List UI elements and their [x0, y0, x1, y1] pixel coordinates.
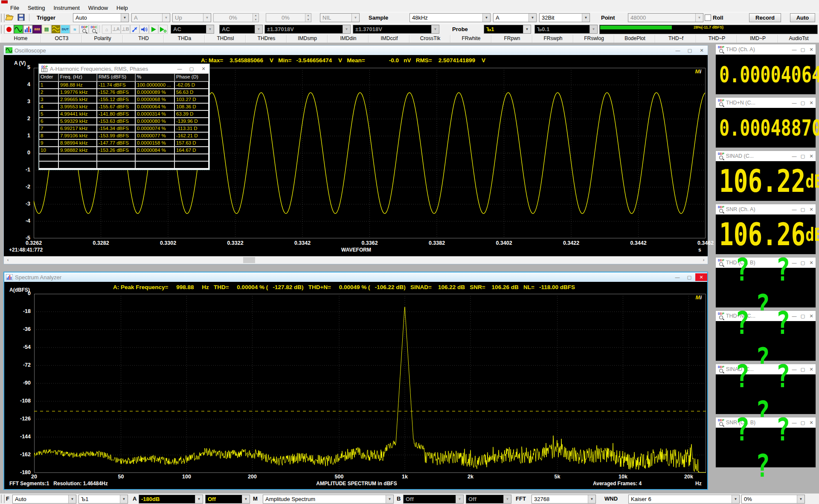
dropdown-arrow-icon[interactable]: ▼	[732, 495, 739, 503]
range-b-select[interactable]: ±1.37018V▼	[353, 25, 439, 34]
tab-thd-f[interactable]: THD~f	[655, 35, 696, 43]
freq-probe-select[interactable]: Ъ1▼	[78, 495, 128, 504]
tab-thdnsl[interactable]: THDnsl	[205, 35, 246, 43]
minimize-icon[interactable]: —	[671, 273, 683, 281]
tab-oct3[interactable]: OCT3	[41, 35, 82, 43]
minimize-icon[interactable]: —	[672, 46, 684, 54]
dropdown-arrow-icon[interactable]: ▼	[121, 14, 128, 22]
points-select[interactable]: 48000▼	[628, 13, 703, 22]
table-row[interactable]: 1998.88 Hz-11.74 dBFS100.0000000 ...-62.…	[39, 81, 209, 89]
table-row[interactable]	[39, 154, 209, 161]
close-icon[interactable]: ✕	[807, 99, 816, 107]
device-test-plan-icon[interactable]: DUT	[61, 25, 70, 34]
maximize-icon[interactable]: ▢	[799, 46, 807, 53]
trigger-source-select[interactable]: A▼	[131, 13, 170, 22]
dropdown-arrow-icon[interactable]: ▼	[582, 14, 590, 22]
tab-imddin[interactable]: IMDdin	[328, 35, 369, 43]
trigger-edge-select[interactable]: Up▼	[172, 13, 211, 22]
maximize-icon[interactable]: ▢	[683, 273, 695, 281]
tab-frswlog[interactable]: FRswlog	[573, 35, 614, 43]
b-mode-select[interactable]: Off▼	[466, 495, 511, 504]
roll-checkbox[interactable]: Roll	[705, 14, 723, 21]
maximize-icon[interactable]: ▢	[684, 46, 696, 54]
maximize-icon[interactable]: ▢	[186, 65, 197, 72]
minimize-icon[interactable]: —	[790, 152, 799, 160]
spin-up-icon[interactable]: ▲	[305, 14, 311, 18]
column-header[interactable]: Freq. (Hz)	[58, 73, 97, 81]
multimeter-icon[interactable]: 888	[32, 25, 42, 34]
table-row[interactable]: 98.98994 kHz-147.77 dBFS0.0000158 %157.6…	[39, 139, 209, 147]
tab-frpwn[interactable]: FRpwn	[491, 35, 532, 43]
table-row[interactable]: 87.99106 kHz-153.99 dBFS0.0000077 %-162.…	[39, 132, 209, 139]
column-header[interactable]: Phase (D)	[174, 73, 209, 81]
dropdown-arrow-icon[interactable]: ▼	[120, 495, 128, 503]
tab-audiotst[interactable]: AudioTst	[778, 35, 819, 43]
menu-item-setting[interactable]: Setting	[23, 4, 49, 12]
a-mode-select[interactable]: Off▼	[205, 495, 250, 504]
data-logger-icon[interactable]: ▤	[42, 25, 51, 34]
sample-channel-select[interactable]: A▼	[493, 13, 537, 22]
maximize-icon[interactable]: ▢	[799, 152, 807, 160]
tab-imdccif[interactable]: IMDccif	[369, 35, 410, 43]
minimize-icon[interactable]: —	[790, 206, 799, 213]
close-icon[interactable]: ✕	[197, 65, 209, 72]
sound-device-icon[interactable]	[139, 25, 149, 34]
record-button[interactable]: Record	[749, 13, 781, 22]
column-header[interactable]: %	[135, 73, 174, 81]
column-header[interactable]: RMS (dBFS)	[97, 73, 135, 81]
close-icon[interactable]: ✕	[695, 273, 707, 281]
trigger-delay-spinner[interactable]: 0%▲▼	[266, 13, 311, 22]
signal-generator-icon[interactable]	[51, 25, 61, 34]
scroll-left-icon[interactable]: ‹	[4, 257, 12, 264]
dropdown-arrow-icon[interactable]: ▼	[523, 25, 531, 33]
dropdown-arrow-icon[interactable]: ▼	[242, 495, 250, 503]
checkbox-box[interactable]	[705, 14, 711, 21]
toolbar-grip[interactable]	[1, 495, 5, 503]
menu-item-help[interactable]: Help	[112, 4, 132, 12]
auto-button[interactable]: Auto	[790, 13, 815, 22]
table-row[interactable]: 21.99776 kHz-152.76 dBFS0.0000089 %56.63…	[39, 89, 209, 96]
table-row[interactable]: 43.99553 kHz-155.67 dBFS0.0000064 %108.3…	[39, 103, 209, 110]
record-icon[interactable]	[4, 25, 14, 34]
dropdown-arrow-icon[interactable]: ▼	[588, 495, 595, 503]
dropdown-arrow-icon[interactable]: ▼	[797, 495, 804, 503]
spin-down-icon[interactable]: ▼	[305, 18, 311, 22]
tab-crosstlk[interactable]: CrossTlk	[410, 35, 450, 43]
trigger-level-spinner[interactable]: 0%▲▼	[213, 13, 259, 22]
close-icon[interactable]: ✕	[696, 46, 708, 54]
trigger-hpf-select[interactable]: NIL▼	[320, 13, 360, 22]
range-a-select[interactable]: ±1.37018V▼	[264, 25, 351, 34]
tab-bodeplot[interactable]: BodePlot	[614, 35, 655, 43]
open-file-icon[interactable]	[5, 14, 15, 21]
probe-calibration-icon[interactable]	[130, 25, 139, 34]
overlap-select[interactable]: 0%▼	[741, 495, 805, 504]
trigger-mode-select[interactable]: Auto▼	[73, 13, 129, 22]
sample-rate-select[interactable]: 48kHz▼	[410, 13, 491, 22]
tab-polarity[interactable]: Polarity	[82, 35, 123, 43]
dropdown-arrow-icon[interactable]: ▼	[482, 14, 490, 22]
ddc-icon[interactable]: DDC	[89, 25, 98, 34]
run-loop-icon[interactable]	[158, 25, 168, 34]
maximize-icon[interactable]: ▢	[799, 99, 807, 107]
tab-thdres[interactable]: THDres	[246, 35, 287, 43]
meter-titlebar[interactable]: DDPSINAD (C...—▢✕	[716, 151, 816, 161]
probe-a-select[interactable]: Ъ1▼	[484, 25, 531, 34]
table-row[interactable]: 109.98882 kHz-153.26 dBFS0.0000084 %164.…	[39, 147, 209, 154]
table-row[interactable]	[39, 161, 209, 168]
maximize-icon[interactable]: ▢	[799, 206, 807, 213]
dropdown-arrow-icon[interactable]: ▼	[195, 495, 203, 503]
table-row[interactable]: 76.99217 kHz-154.34 dBFS0.0000074 %-113.…	[39, 125, 209, 132]
ddp-viewer-icon[interactable]: DDP	[79, 25, 89, 34]
spectrum-analyzer-icon[interactable]	[23, 25, 32, 34]
tab-thd[interactable]: THD	[123, 35, 164, 43]
menu-item-instrument[interactable]: Instrument	[49, 4, 84, 12]
fft-size-select[interactable]: 32768▼	[531, 495, 596, 504]
scrollbar-thumb[interactable]	[243, 257, 255, 263]
scroll-right-icon[interactable]: ›	[700, 257, 707, 264]
bit-depth-select[interactable]: 32Bit▼	[539, 13, 590, 22]
harmonic-titlebar[interactable]: DDP A-Harmonic Frequencies, RMS, Phases …	[39, 64, 209, 73]
oscilloscope-icon[interactable]	[14, 25, 23, 34]
probe-b-select[interactable]: Ъ0.1▼	[534, 25, 598, 34]
run-icon[interactable]	[149, 25, 158, 34]
oscilloscope-h-scrollbar[interactable]: ‹ ›	[4, 257, 707, 264]
